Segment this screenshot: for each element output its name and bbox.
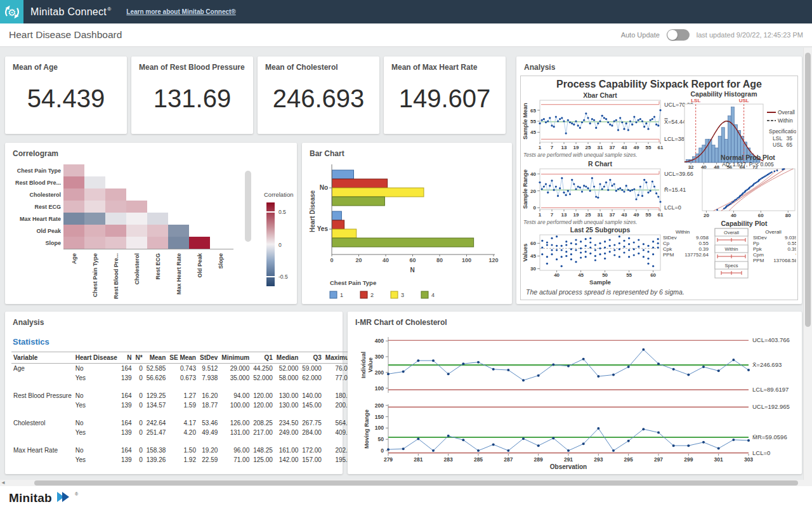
kpi-label: Mean of Age — [5, 56, 127, 72]
svg-text:Cp: Cp — [663, 241, 670, 246]
card-title: Analysis — [5, 312, 343, 327]
svg-text:7: 7 — [551, 212, 554, 218]
svg-text:299: 299 — [684, 456, 693, 463]
toggle-knob — [667, 30, 678, 40]
learn-more-link[interactable]: Learn more about Minitab Connect® — [126, 8, 235, 15]
svg-text:Rest Blood Pre...: Rest Blood Pre... — [15, 180, 61, 186]
page-header: Heart Disease Dashboard Auto Update last… — [0, 23, 812, 47]
svg-text:Heart Disease: Heart Disease — [309, 190, 316, 232]
horizontal-scrollbar[interactable]: ◄ — [0, 480, 812, 486]
page-footer: Minitab ® — [0, 486, 812, 509]
svg-text:20: 20 — [355, 257, 362, 263]
footer-reg-mark: ® — [75, 492, 78, 496]
svg-text:Values: Values — [522, 244, 528, 262]
svg-text:35: 35 — [787, 135, 793, 142]
svg-text:60: 60 — [758, 213, 764, 218]
svg-text:Observation: Observation — [550, 463, 587, 470]
svg-text:1: 1 — [539, 212, 542, 218]
svg-text:40: 40 — [530, 171, 536, 177]
correlogram-scrollbar[interactable] — [245, 171, 251, 242]
correlogram-card: Correlogram Chest Pain TypeRest Blood Pr… — [5, 143, 297, 304]
svg-text:Tests are performed with unequ: Tests are performed with unequal sample … — [523, 219, 638, 225]
kpi-value: 131.69 — [131, 84, 253, 113]
svg-text:LCL=0: LCL=0 — [752, 449, 770, 456]
horizontal-scrollbar-thumb[interactable] — [34, 480, 798, 486]
svg-text:Overall: Overall — [778, 109, 795, 116]
minitab-arrow-icon — [56, 491, 71, 503]
statistics-table: VariableHeart DiseaseNN*MeanSE MeanStDev… — [11, 352, 357, 465]
stats-col-header: Q3 — [300, 352, 324, 364]
svg-text:Cholesterol: Cholesterol — [29, 192, 61, 198]
stats-row: Yes139056.6260.6737.93835.00052.00058.00… — [11, 373, 357, 383]
scroll-left-arrow[interactable]: ◄ — [1, 480, 6, 486]
gear-sync-icon: ⚙ — [3, 3, 22, 22]
svg-text:45: 45 — [530, 129, 536, 135]
svg-text:Chest Pain Type: Chest Pain Type — [330, 279, 376, 286]
svg-text:43: 43 — [622, 212, 627, 218]
svg-text:N: N — [410, 267, 414, 274]
svg-text:PPM: PPM — [663, 252, 674, 258]
svg-text:USL: USL — [773, 142, 783, 148]
svg-text:291: 291 — [564, 456, 573, 463]
stats-col-header: StDev — [198, 352, 219, 364]
kpi-card-mean-rest-bp: Mean of Rest Blood Pressure 131.69 — [131, 56, 253, 134]
svg-text:32: 32 — [688, 164, 694, 170]
svg-text:301: 301 — [714, 456, 723, 463]
page-title: Heart Disease Dashboard — [9, 29, 122, 41]
svg-text:61: 61 — [658, 145, 664, 150]
heart-disease-bar-chart: NoYes020406080100120NHeart DiseaseChest … — [307, 161, 507, 301]
svg-text:65: 65 — [787, 142, 793, 148]
svg-text:Pp: Pp — [753, 241, 759, 246]
svg-text:0.55: 0.55 — [698, 241, 709, 246]
vertical-scrollbar-thumb[interactable] — [805, 53, 811, 327]
top-navbar: ⚙ Minitab Connect® Learn more about Mini… — [0, 0, 812, 23]
analysis-statistics-card: Analysis Statistics VariableHeart Diseas… — [5, 312, 343, 474]
svg-text:50: 50 — [378, 436, 384, 442]
svg-text:303: 303 — [744, 456, 753, 463]
svg-text:LSL: LSL — [773, 135, 782, 142]
svg-text:Last 25 Subgroups: Last 25 Subgroups — [570, 226, 631, 234]
svg-text:Cpm: Cpm — [753, 252, 764, 258]
minitab-connect-logo[interactable]: ⚙ — [0, 0, 23, 23]
dashboard-content: Mean of Age 54.439 Mean of Rest Blood Pr… — [0, 48, 812, 480]
svg-text:No: No — [320, 184, 328, 191]
svg-text:Sample Range: Sample Range — [522, 169, 528, 209]
svg-text:Yes: Yes — [317, 225, 329, 232]
svg-text:Cholesterol: Cholesterol — [134, 253, 140, 285]
svg-text:281: 281 — [414, 456, 422, 463]
svg-text:285: 285 — [474, 456, 483, 463]
svg-text:0.5: 0.5 — [278, 209, 286, 215]
svg-text:7: 7 — [551, 145, 554, 150]
svg-text:283: 283 — [444, 456, 453, 463]
stats-row: CholesterolNo1640242.644.1753.46126.0020… — [11, 418, 357, 428]
auto-update-toggle[interactable] — [667, 29, 690, 41]
kpi-card-mean-age: Mean of Age 54.439 — [5, 56, 127, 134]
sixpack-report-chart: Process Capability Sixpack Report for Ag… — [521, 76, 796, 298]
svg-text:40: 40 — [731, 213, 737, 218]
stats-row: Yes1390134.571.5918.77100.00120.00130.00… — [11, 400, 357, 410]
svg-text:55: 55 — [530, 119, 536, 124]
svg-text:80: 80 — [436, 257, 443, 263]
svg-text:120: 120 — [488, 257, 498, 263]
svg-text:Xbar Chart: Xbar Chart — [583, 91, 617, 99]
stats-col-header: SE Mean — [167, 352, 198, 364]
correlogram-heatmap: Chest Pain TypeRest Blood Pre...Choleste… — [8, 161, 294, 299]
auto-update-label: Auto Update — [621, 31, 660, 39]
svg-text:LSL: LSL — [691, 98, 700, 103]
vertical-scrollbar[interactable] — [803, 48, 812, 480]
svg-text:0: 0 — [278, 242, 282, 248]
svg-text:0.55: 0.55 — [787, 241, 796, 246]
svg-text:Capability Histogram: Capability Histogram — [690, 90, 757, 98]
kpi-value: 246.693 — [258, 84, 379, 113]
footer-brand: Minitab — [9, 491, 52, 505]
svg-text:45: 45 — [578, 272, 584, 278]
svg-text:StDev: StDev — [663, 235, 677, 241]
svg-text:Overall: Overall — [724, 230, 739, 235]
svg-text:Rest Blood Pre...: Rest Blood Pre... — [113, 253, 119, 299]
svg-text:45: 45 — [530, 253, 536, 259]
svg-text:65: 65 — [530, 108, 536, 114]
svg-text:40: 40 — [383, 257, 389, 263]
svg-text:AD: 1.517, P: < 0.005: AD: 1.517, P: < 0.005 — [722, 161, 774, 168]
svg-text:297: 297 — [654, 456, 663, 463]
svg-text:25: 25 — [586, 145, 591, 150]
